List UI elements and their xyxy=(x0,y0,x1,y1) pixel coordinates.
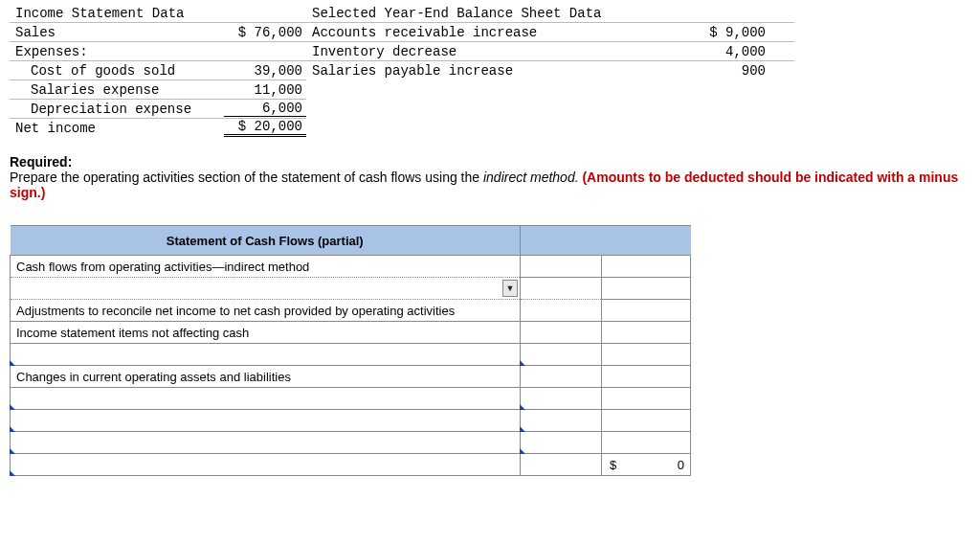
sal-pay-label: Salaries payable increase xyxy=(306,63,687,79)
salaries-value: 11,000 xyxy=(224,82,306,98)
expenses-label: Expenses: xyxy=(10,44,224,59)
input-cell-9a[interactable] xyxy=(11,432,521,454)
cashflow-title: Statement of Cash Flows (partial) xyxy=(11,226,521,256)
total-cell: $ 0 xyxy=(602,454,691,476)
total-prefix: $ xyxy=(608,458,616,472)
cell-c-7[interactable] xyxy=(602,388,691,410)
input-cell-7a[interactable] xyxy=(11,388,521,410)
ar-value: $ 9,000 xyxy=(687,25,794,40)
input-cell-8b[interactable] xyxy=(521,410,602,432)
net-income-label: Net income xyxy=(10,121,224,136)
net-income-value: $ 20,000 xyxy=(224,119,306,137)
depr-value: 6,000 xyxy=(224,101,306,117)
sal-pay-value: 900 xyxy=(687,63,794,79)
ar-label: Accounts receivable increase xyxy=(306,25,687,40)
input-cell-7b[interactable] xyxy=(521,388,602,410)
required-body-italic: indirect method. xyxy=(483,170,579,185)
cell-c-5[interactable] xyxy=(602,344,691,366)
cell-b-3[interactable] xyxy=(521,300,602,322)
corner-tick-icon xyxy=(10,470,15,476)
income-statement-table: Income Statement Data Sales$ 76,000 Expe… xyxy=(10,4,306,137)
input-cell-8a[interactable] xyxy=(11,410,521,432)
cell-b-1[interactable] xyxy=(521,256,602,278)
dropdown-cell-2a[interactable]: ▼ xyxy=(11,278,521,300)
row-adjustments: Adjustments to reconcile net income to n… xyxy=(11,300,521,322)
input-cell-10a[interactable] xyxy=(11,454,521,476)
cell-b-6[interactable] xyxy=(521,366,602,388)
chevron-down-icon[interactable]: ▼ xyxy=(502,280,518,297)
input-cell-5a[interactable] xyxy=(11,344,521,366)
top-data-tables: Income Statement Data Sales$ 76,000 Expe… xyxy=(10,4,970,137)
salaries-label: Salaries expense xyxy=(10,82,224,98)
cell-b-2[interactable] xyxy=(521,278,602,300)
required-title: Required: xyxy=(10,154,72,170)
cell-c-4[interactable] xyxy=(602,322,691,344)
income-header: Income Statement Data xyxy=(10,6,224,21)
cashflow-table: Statement of Cash Flows (partial) Cash f… xyxy=(10,225,691,476)
inv-label: Inventory decrease xyxy=(306,44,687,59)
sales-value: $ 76,000 xyxy=(224,25,306,40)
cogs-label: Cost of goods sold xyxy=(10,63,224,79)
cell-c-3[interactable] xyxy=(602,300,691,322)
input-cell-9b[interactable] xyxy=(521,432,602,454)
cell-c-8[interactable] xyxy=(602,410,691,432)
cogs-value: 39,000 xyxy=(224,63,306,79)
depr-label: Depreciation expense xyxy=(10,102,224,117)
balance-sheet-table: Selected Year-End Balance Sheet Data Acc… xyxy=(306,4,794,137)
row-operating-header: Cash flows from operating activities—ind… xyxy=(11,256,521,278)
cell-b-10[interactable] xyxy=(521,454,602,476)
cell-b-4[interactable] xyxy=(521,322,602,344)
row-noncash-items: Income statement items not affecting cas… xyxy=(11,322,521,344)
balance-header: Selected Year-End Balance Sheet Data xyxy=(306,6,687,21)
input-cell-5b[interactable] xyxy=(521,344,602,366)
total-value: 0 xyxy=(678,458,684,472)
required-section: Required: Prepare the operating activiti… xyxy=(10,154,970,200)
cell-c-2[interactable] xyxy=(602,278,691,300)
inv-value: 4,000 xyxy=(687,44,794,59)
sales-label: Sales xyxy=(10,25,224,40)
cell-c-1[interactable] xyxy=(602,256,691,278)
cell-c-6[interactable] xyxy=(602,366,691,388)
cell-c-9[interactable] xyxy=(602,432,691,454)
row-changes-current: Changes in current operating assets and … xyxy=(11,366,521,388)
required-body-a: Prepare the operating activities section… xyxy=(10,170,483,185)
